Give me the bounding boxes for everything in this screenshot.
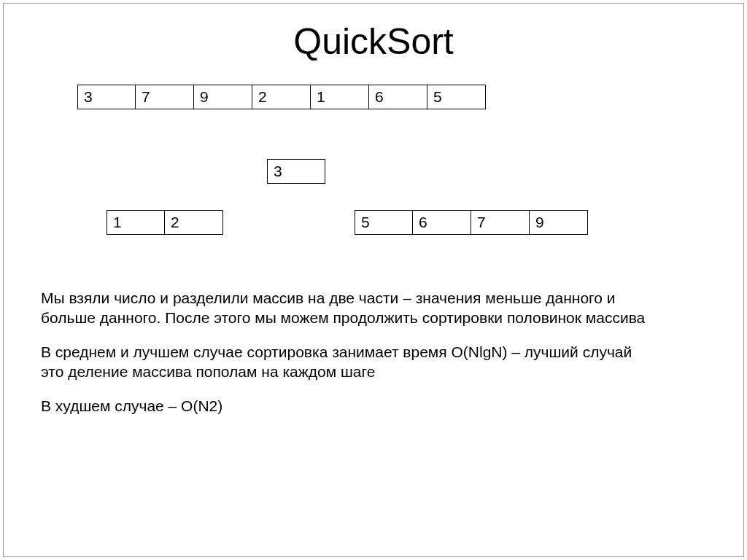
array-cell: 5: [355, 210, 413, 235]
array-cell: 1: [107, 210, 165, 235]
page-title: QuickSort: [41, 20, 706, 63]
array-cell: 1: [311, 85, 369, 109]
array-cell: 2: [165, 210, 223, 235]
array-cell: 5: [427, 85, 486, 109]
array-cell: 2: [252, 85, 311, 109]
array-cell: 6: [413, 210, 471, 235]
array-row-right: 5679: [355, 210, 588, 235]
array-cell: 9: [530, 210, 588, 235]
array-cell: 3: [77, 85, 136, 109]
array-row-top: 3792165: [77, 85, 486, 109]
array-cell: 6: [369, 85, 427, 109]
body-paragraph-3: В худшем случае – O(N2): [41, 397, 654, 416]
body-paragraph-2: В среднем и лучшем случае сортировка зан…: [41, 343, 654, 382]
array-row-left: 12: [107, 210, 223, 235]
body-paragraph-1: Мы взяли число и разделили массив на две…: [41, 289, 654, 328]
array-cell: 7: [471, 210, 530, 235]
array-cell: 7: [136, 85, 194, 109]
array-cell: 3: [267, 159, 325, 184]
array-cell: 9: [194, 85, 252, 109]
array-row-pivot: 3: [267, 159, 325, 184]
diagram-area: 3792165 3 12 5679: [63, 85, 706, 274]
